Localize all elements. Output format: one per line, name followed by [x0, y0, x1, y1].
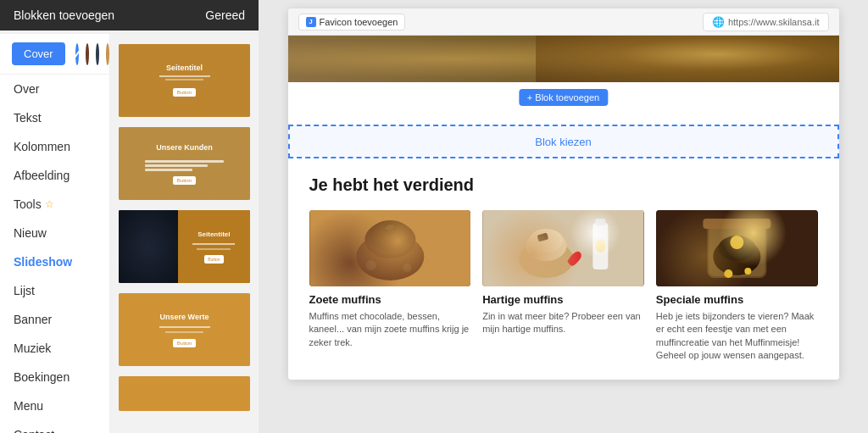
svg-point-7: [378, 268, 385, 275]
sidebar-item-nieuw[interactable]: Nieuw: [0, 219, 109, 247]
svg-rect-8: [483, 210, 644, 286]
svg-rect-19: [703, 219, 771, 229]
svg-rect-15: [537, 233, 549, 242]
thumb2-title: Unsere Kunden: [156, 143, 213, 152]
thumb4-title: Unsere Werte: [160, 313, 209, 321]
svg-point-20: [713, 238, 760, 275]
star-icon: ☆: [45, 198, 54, 210]
svg-rect-0: [309, 210, 470, 286]
card-image-2: [482, 210, 644, 286]
cards-row: Zoete muffins Muffins met chocolade, bes…: [309, 210, 818, 363]
favicon-button[interactable]: J Favicon toevoegen: [298, 14, 406, 31]
sidebar: Blokken toevoegen Gereed Cover ✓ Over Te…: [0, 0, 259, 433]
favicon-label: Favicon toevoegen: [320, 17, 398, 27]
color-palette: Cover ✓: [0, 34, 109, 75]
nav-list: Over Tekst Kolommen Afbeelding Tools ☆ N…: [0, 75, 109, 433]
cover-button[interactable]: Cover: [12, 42, 65, 65]
svg-point-21: [718, 236, 755, 261]
color-swatch-brown[interactable]: [86, 43, 89, 65]
svg-point-4: [383, 222, 397, 236]
sidebar-item-banner[interactable]: Banner: [0, 305, 109, 334]
card-title-1: Zoete muffins: [309, 293, 471, 306]
favicon-icon: J: [306, 17, 316, 27]
block-thumb-1[interactable]: Seitentitel Button: [117, 42, 252, 119]
svg-point-3: [369, 220, 411, 251]
browser-url: https://www.skilansa.it: [728, 17, 820, 27]
sidebar-title: Blokken toevoegen: [14, 8, 114, 22]
color-swatch-darkgray[interactable]: [96, 43, 99, 65]
svg-rect-17: [707, 223, 766, 278]
sidebar-item-over[interactable]: Over: [0, 75, 109, 103]
block-kiezen-area[interactable]: Blok kiezen: [288, 125, 839, 158]
sidebar-item-boekingen[interactable]: Boekingen: [0, 363, 109, 391]
done-button[interactable]: Gereed: [205, 8, 245, 22]
hero-section: [288, 36, 839, 82]
card-desc-1: Muffins met chocolade, bessen, kaneel...…: [309, 310, 471, 349]
svg-rect-12: [593, 223, 609, 269]
thumb1-title: Seitentitel: [159, 64, 210, 72]
thumb1-button: Button: [173, 88, 196, 97]
sidebar-item-tools[interactable]: Tools ☆: [0, 190, 109, 219]
globe-icon: 🌐: [712, 16, 725, 28]
card-zoete: Zoete muffins Muffins met chocolade, bes…: [309, 210, 471, 363]
add-block-button[interactable]: + Blok toevoegen: [519, 89, 608, 106]
svg-point-1: [356, 233, 424, 280]
section-title: Je hebt het verdiend: [309, 175, 818, 195]
browser-frame: J Favicon toevoegen 🌐 https://www.skilan…: [288, 8, 839, 380]
svg-rect-13: [596, 219, 606, 225]
card-hartige: Hartige muffins Zin in wat meer bite? Pr…: [482, 210, 644, 363]
sidebar-item-menu[interactable]: Menu: [0, 391, 109, 420]
card-title-3: Speciale muffins: [656, 293, 818, 306]
svg-point-23: [724, 269, 732, 278]
sidebar-item-tekst[interactable]: Tekst: [0, 103, 109, 132]
svg-rect-18: [709, 225, 765, 276]
sidebar-item-slideshow[interactable]: Slideshow: [0, 247, 109, 276]
sidebar-item-muziek[interactable]: Muziek: [0, 334, 109, 363]
block-kiezen-label: Blok kiezen: [535, 136, 591, 148]
svg-point-6: [403, 264, 411, 272]
thumb3-button: Button: [204, 255, 223, 264]
browser-content: + Blok toevoegen Blok kiezen Je hebt het…: [288, 36, 839, 380]
card-title-2: Hartige muffins: [482, 293, 644, 306]
svg-point-9: [520, 241, 574, 278]
card-image-1: [309, 210, 471, 286]
block-thumb-5[interactable]: [117, 375, 252, 413]
svg-point-14: [596, 239, 606, 253]
svg-point-10: [526, 230, 567, 261]
card-desc-2: Zin in wat meer bite? Probeer een van mi…: [482, 310, 644, 336]
svg-point-11: [530, 229, 564, 253]
sidebar-item-lijst[interactable]: Lijst: [0, 276, 109, 305]
svg-point-2: [364, 221, 415, 258]
color-swatch-blue[interactable]: ✓: [75, 43, 79, 65]
thumb3-title: Seitentitel: [198, 230, 230, 238]
add-block-section: + Blok toevoegen: [288, 82, 839, 125]
url-bar: 🌐 https://www.skilansa.it: [703, 13, 829, 31]
thumb2-button: Button: [173, 176, 196, 185]
card-image-3: [656, 210, 818, 286]
color-swatch-tan[interactable]: [106, 43, 109, 65]
card-speciale: Speciale muffins Heb je iets bijzonders …: [656, 210, 818, 363]
block-thumb-2[interactable]: Unsere Kunden Button: [117, 125, 252, 202]
block-thumb-3[interactable]: Seitentitel Button: [117, 208, 252, 285]
sidebar-item-afbeelding[interactable]: Afbeelding: [0, 161, 109, 190]
sidebar-item-kolommen[interactable]: Kolommen: [0, 132, 109, 161]
svg-rect-16: [656, 210, 817, 286]
sidebar-item-contact[interactable]: Contact: [0, 420, 109, 433]
main-area: J Favicon toevoegen 🌐 https://www.skilan…: [259, 0, 868, 433]
browser-bar: J Favicon toevoegen 🌐 https://www.skilan…: [288, 8, 839, 36]
svg-point-22: [730, 236, 743, 249]
svg-point-24: [744, 268, 751, 275]
block-thumb-4[interactable]: Unsere Werte Button: [117, 291, 252, 368]
block-thumbnails: Seitentitel Button Unsere Kunden Button: [110, 34, 259, 433]
thumb4-button: Button: [173, 339, 196, 347]
card-desc-3: Heb je iets bijzonders te vieren? Maak e…: [656, 310, 818, 363]
content-section: Je hebt het verdiend: [288, 158, 839, 380]
svg-point-5: [365, 260, 376, 270]
nav-section: Cover ✓ Over Tekst Kolommen Afbeelding T…: [0, 34, 110, 433]
